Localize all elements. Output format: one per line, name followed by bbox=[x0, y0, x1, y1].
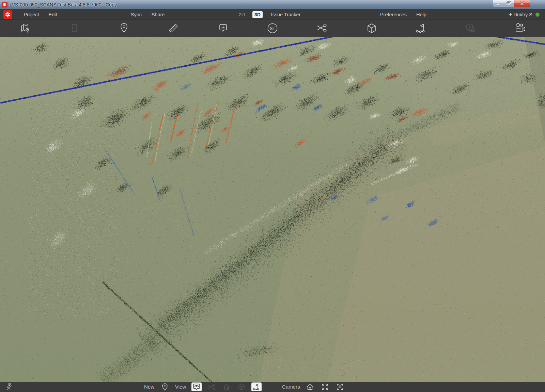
clip-scissors-button bbox=[206, 382, 217, 391]
user-menu[interactable]: ✈ Dmitry S bbox=[509, 10, 540, 20]
measure-ruler-icon[interactable] bbox=[167, 21, 180, 35]
close-button[interactable] bbox=[514, 0, 530, 7]
clip-box-button bbox=[236, 382, 247, 391]
slideshow-icon bbox=[464, 21, 478, 35]
menu-issue-tracker[interactable]: Issue Tracker bbox=[270, 10, 301, 20]
title-bar[interactable]: ✱ LVS-000-050_SCANS Test Beta 4.8.8.7960… bbox=[0, 0, 545, 10]
pointcloud-canvas[interactable] bbox=[0, 37, 545, 382]
menu-help[interactable]: Help bbox=[414, 10, 429, 20]
menu-preferences[interactable]: Preferences bbox=[378, 10, 409, 20]
airplane-icon: ✈ bbox=[509, 12, 513, 17]
menu-edit[interactable]: Edit bbox=[44, 10, 61, 20]
camera-recording-icon[interactable] bbox=[513, 21, 527, 35]
main-toolbar: ST bbox=[0, 20, 545, 37]
camera-home-icon[interactable] bbox=[305, 382, 315, 391]
pointcloud-3d-viewport[interactable] bbox=[0, 37, 545, 382]
home-person-button bbox=[221, 382, 232, 391]
minimize-button[interactable] bbox=[493, 0, 503, 7]
window-title: LVS-000-050_SCANS Test Beta 4.8.8.7960 -… bbox=[10, 2, 117, 7]
st-badge-label: ST bbox=[270, 26, 275, 31]
app-icon: ✱ bbox=[2, 2, 7, 7]
add-annotation-icon[interactable] bbox=[216, 21, 230, 35]
waypoint-path-icon[interactable] bbox=[414, 21, 428, 35]
new-label: New bbox=[144, 382, 154, 392]
pin-add-icon[interactable] bbox=[160, 382, 170, 391]
clip-scissors-icon[interactable] bbox=[315, 21, 329, 35]
user-name: Dmitry S bbox=[513, 12, 532, 17]
application-window: ✱ LVS-000-050_SCANS Test Beta 4.8.8.7960… bbox=[0, 0, 545, 392]
focus-target-icon[interactable] bbox=[335, 382, 345, 391]
walking-person-icon[interactable] bbox=[5, 382, 14, 392]
clip-box-icon[interactable] bbox=[365, 21, 378, 35]
camera-label: Camera bbox=[282, 382, 300, 392]
menu-project[interactable]: Project bbox=[21, 10, 42, 20]
view-label: View bbox=[175, 382, 186, 392]
view-mode-2d[interactable]: 2D bbox=[236, 10, 248, 20]
eye-annotation-button[interactable] bbox=[191, 382, 202, 391]
waypoint-flag-button[interactable] bbox=[251, 382, 262, 391]
bottom-toolbar: New View bbox=[0, 382, 545, 392]
view-mode-3d-active[interactable]: 3D bbox=[252, 11, 263, 18]
menu-sync[interactable]: Sync bbox=[128, 10, 145, 20]
menu-share[interactable]: Share bbox=[149, 10, 167, 20]
door-icon bbox=[67, 21, 81, 35]
st-badge-icon[interactable]: ST bbox=[266, 21, 279, 35]
brand-logo-icon[interactable]: ✲ bbox=[3, 10, 12, 19]
window-controls bbox=[493, 0, 530, 7]
fullscreen-expand-icon[interactable] bbox=[320, 382, 330, 391]
location-pin-icon[interactable] bbox=[117, 21, 131, 35]
map-location-icon[interactable] bbox=[18, 21, 32, 35]
online-status-dot bbox=[535, 13, 540, 17]
restore-button[interactable] bbox=[503, 0, 514, 7]
menu-bar: ✲ Project Edit Sync Share 2D 3D Issue Tr… bbox=[0, 10, 545, 20]
